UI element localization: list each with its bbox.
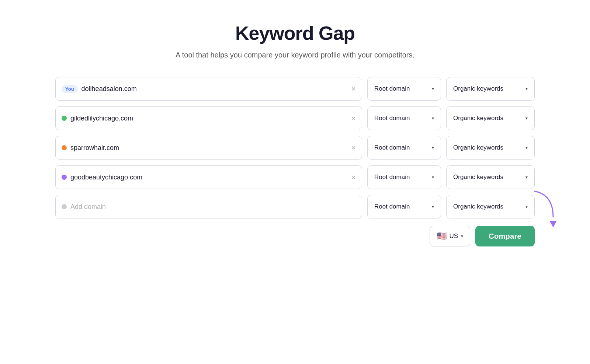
domain-text-3[interactable]: goodbeautychicago.com [70, 174, 347, 181]
competitor-dot-1 [62, 116, 67, 121]
compare-wrapper: Compare [475, 226, 535, 246]
root-domain-dropdown-0[interactable]: Root domain▾ [367, 77, 441, 101]
domain-text-0[interactable]: dollheadsalon.com [81, 85, 347, 93]
root-domain-dropdown-2[interactable]: Root domain▾ [367, 136, 441, 160]
chevron-down-icon: ▾ [432, 116, 434, 121]
keyword-type-label-3: Organic keywords [453, 174, 503, 181]
arrow-annotation [531, 188, 564, 228]
clear-icon-3[interactable]: ✕ [351, 174, 356, 181]
domain-input-wrapper-1: gildedlilychicago.com✕ [55, 106, 362, 130]
keyword-type-dropdown-4[interactable]: Organic keywords▾ [446, 195, 535, 218]
root-domain-label-1: Root domain [374, 115, 410, 122]
country-code-label: US [450, 232, 458, 240]
domain-text-2[interactable]: sparrowhair.com [70, 144, 347, 152]
chevron-down-icon: ▾ [432, 204, 434, 209]
domain-input-wrapper-0: Youdollheadsalon.com✕ [55, 77, 362, 101]
clear-icon-1[interactable]: ✕ [351, 115, 356, 122]
keyword-type-label-4: Organic keywords [453, 203, 503, 210]
chevron-down-icon: ▾ [525, 175, 528, 180]
domain-input-wrapper-4: Add domain [55, 195, 362, 218]
competitor-dot-2 [62, 145, 67, 150]
domain-row-4: Add domainRoot domain▾Organic keywords▾ [55, 195, 535, 218]
keyword-type-dropdown-3[interactable]: Organic keywords▾ [446, 165, 535, 189]
domain-placeholder-4[interactable]: Add domain [70, 203, 356, 211]
competitor-dot-4 [62, 204, 67, 209]
chevron-down-icon: ▾ [525, 204, 528, 209]
keyword-type-label-0: Organic keywords [453, 85, 503, 92]
domain-input-wrapper-2: sparrowhair.com✕ [55, 136, 362, 160]
flag-icon: 🇺🇸 [437, 231, 447, 241]
page-title: Keyword Gap [235, 22, 355, 44]
page-container: Keyword Gap A tool that helps you compar… [55, 22, 535, 246]
chevron-down-icon: ▾ [432, 145, 434, 150]
root-domain-dropdown-1[interactable]: Root domain▾ [367, 106, 441, 130]
clear-icon-2[interactable]: ✕ [351, 144, 356, 151]
rows-container: Youdollheadsalon.com✕Root domain▾Organic… [55, 77, 535, 218]
country-dropdown[interactable]: 🇺🇸 US ▾ [430, 226, 471, 246]
chevron-down-icon: ▾ [525, 145, 528, 150]
domain-row-3: goodbeautychicago.com✕Root domain▾Organi… [55, 165, 535, 189]
keyword-type-dropdown-1[interactable]: Organic keywords▾ [446, 106, 535, 130]
you-badge: You [62, 85, 78, 93]
domain-input-wrapper-3: goodbeautychicago.com✕ [55, 165, 362, 189]
chevron-down-icon: ▾ [525, 86, 528, 91]
domain-row-0: Youdollheadsalon.com✕Root domain▾Organic… [55, 77, 535, 101]
bottom-row: 🇺🇸 US ▾ Compare [55, 226, 535, 246]
svg-marker-0 [549, 221, 557, 227]
chevron-down-icon: ▾ [432, 175, 434, 180]
chevron-down-icon: ▾ [432, 86, 434, 91]
chevron-down-icon: ▾ [525, 116, 528, 121]
domain-row-2: sparrowhair.com✕Root domain▾Organic keyw… [55, 136, 535, 160]
root-domain-label-4: Root domain [374, 203, 410, 210]
keyword-type-dropdown-2[interactable]: Organic keywords▾ [446, 136, 535, 160]
root-domain-dropdown-3[interactable]: Root domain▾ [367, 165, 441, 189]
root-domain-dropdown-4[interactable]: Root domain▾ [367, 195, 441, 218]
domain-text-1[interactable]: gildedlilychicago.com [70, 115, 347, 122]
clear-icon-0[interactable]: ✕ [351, 85, 356, 92]
root-domain-label-0: Root domain [374, 85, 410, 92]
root-domain-label-2: Root domain [374, 144, 410, 151]
page-subtitle: A tool that helps you compare your keywo… [176, 51, 414, 59]
competitor-dot-3 [62, 175, 67, 180]
keyword-type-label-2: Organic keywords [453, 144, 503, 151]
chevron-down-icon: ▾ [461, 234, 463, 239]
domain-row-1: gildedlilychicago.com✕Root domain▾Organi… [55, 106, 535, 130]
keyword-type-label-1: Organic keywords [453, 115, 503, 122]
keyword-type-dropdown-0[interactable]: Organic keywords▾ [446, 77, 535, 101]
root-domain-label-3: Root domain [374, 174, 410, 181]
compare-button[interactable]: Compare [475, 226, 535, 246]
